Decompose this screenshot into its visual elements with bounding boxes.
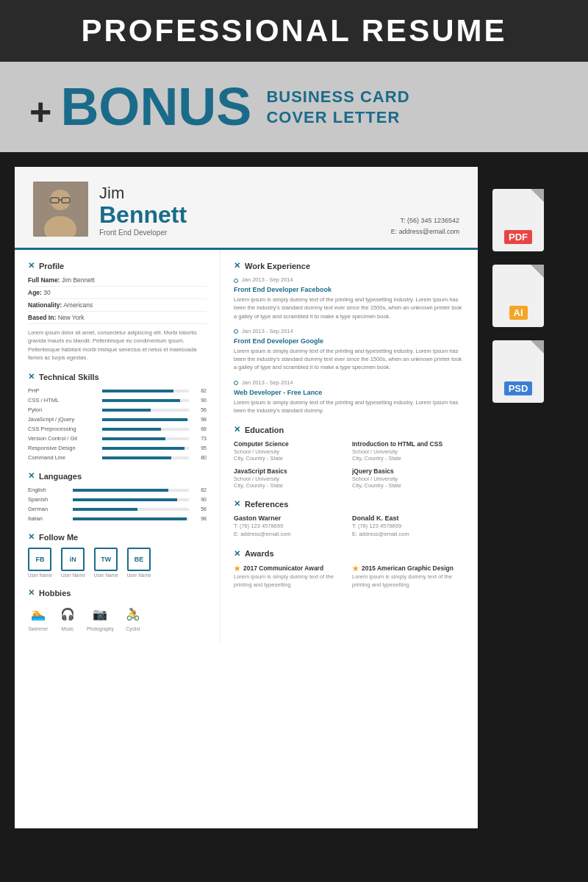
follow-section-header: ✕ Follow Me (28, 532, 207, 542)
award-title: ★ 2017 Communicator Award (234, 564, 346, 573)
lang-value: 56 (193, 506, 207, 512)
lang-name: Italian (28, 515, 68, 522)
lang-value: 98 (193, 516, 207, 521)
edu-x-mark: ✕ (234, 425, 240, 434)
social-item[interactable]: FB User Name (28, 548, 52, 578)
skill-row: Version Control / Git 73 (28, 435, 207, 442)
work-dot (234, 381, 238, 385)
name-block: Jim Bennett Front End Developer (99, 184, 380, 237)
header-title: PROFESSIONAL RESUME (22, 13, 566, 49)
languages-list: English 82 Spanish 90 German 56 Italian … (28, 487, 207, 522)
skill-name: Command Line (28, 454, 98, 461)
social-row: FB User Name iN User Name TW User Name B… (28, 548, 207, 578)
file-icon-psd[interactable]: PSD (492, 340, 544, 403)
language-row: Spanish 90 (28, 496, 207, 503)
last-name: Bennett (99, 203, 380, 226)
profile-x-mark: ✕ (28, 261, 35, 270)
edu-location: City, Country - State (352, 455, 465, 462)
awards-x-mark: ✕ (234, 549, 240, 559)
edu-school: School / University (234, 476, 346, 482)
hobby-icon: 🎧 (57, 603, 78, 624)
bonus-label1: BUSINESS CARD (266, 87, 409, 107)
skill-bar (102, 418, 187, 421)
work-title: Front End Developer Facebook (234, 286, 465, 293)
skill-value: 90 (193, 398, 207, 403)
skill-row: Pyton 56 (28, 406, 207, 413)
hobby-item: 🎧 Music (57, 603, 78, 631)
language-row: German 56 (28, 506, 207, 512)
skill-bar-container (102, 428, 189, 431)
hobby-label: Swimmer (28, 626, 48, 631)
hobby-label: Cyclist (126, 626, 140, 631)
ref-grid: Gaston Warner T: (78) 123 4578699 E: add… (234, 514, 465, 539)
edu-school: School / University (352, 448, 465, 455)
skill-bar-container (102, 418, 189, 421)
hobby-label: Photography (87, 626, 114, 631)
ref-name: Donald K. East (352, 514, 465, 522)
skill-row: CSS Preprocessing 68 (28, 426, 207, 432)
work-date: Jan 2013 - Sep 2014 (242, 328, 293, 334)
work-x-mark: ✕ (234, 261, 240, 270)
profile-section-header: ✕ Profile (28, 261, 207, 270)
work-desc: Lorem ipsum is simply dummy text of the … (234, 398, 465, 415)
hobby-item: 📷 Photography (87, 603, 114, 631)
social-label: User Name (61, 573, 85, 578)
social-label: User Name (28, 573, 52, 578)
work-section-header: ✕ Work Experience (234, 261, 465, 270)
resume-left: ✕ Profile Full Name: Jim Bennett Age: 30… (15, 250, 220, 642)
lang-bar (73, 508, 137, 511)
skill-bar (102, 409, 151, 412)
edu-item: Computer Science School / University Cit… (234, 440, 346, 462)
social-item[interactable]: TW User Name (94, 548, 118, 578)
file-icons-panel: PDF AI PSD (492, 167, 544, 828)
profile-section-title: Profile (39, 262, 64, 270)
skill-value: 80 (193, 455, 207, 460)
skill-value: 68 (193, 426, 207, 431)
work-entry: Jan 2013 - Sep 2014 Front End Developer … (234, 276, 465, 320)
profile-bio: Lorem ipsum dolor sit amet, consectetur … (28, 329, 207, 362)
lang-name: Spanish (28, 496, 68, 503)
awards-grid: ★ 2017 Communicator Award Lorem ipsum is… (234, 564, 465, 589)
work-dot (234, 329, 238, 334)
work-section-title: Work Experience (245, 262, 310, 270)
language-row: English 82 (28, 487, 207, 493)
ref-phone: T: (78) 123 4578699 (234, 522, 346, 530)
hobbies-row: 🏊 Swimmer 🎧 Music 📷 Photography 🚴 Cyclis… (28, 603, 207, 631)
skill-bar (102, 390, 173, 392)
edu-degree: Introduction to HTML and CSS (352, 440, 465, 448)
award-star: ★ (352, 564, 359, 573)
follow-section-title: Follow Me (39, 533, 78, 542)
hobby-item: 🏊 Swimmer (28, 603, 49, 631)
ref-item: Gaston Warner T: (78) 123 4578699 E: add… (234, 514, 346, 539)
award-star: ★ (234, 564, 240, 573)
skills-list: PHP 82 CSS / HTML 90 Pyton 56 JavaScript… (28, 387, 207, 461)
skill-name: Version Control / Git (28, 435, 98, 442)
lang-bar (73, 489, 168, 492)
profile-field-nationality: Nationality: Americans (28, 301, 207, 312)
skill-bar (102, 447, 184, 450)
skill-name: PHP (28, 387, 98, 394)
header-banner: PROFESSIONAL RESUME (0, 0, 588, 62)
skill-name: Responsive Design (28, 445, 98, 451)
awards-section-header: ✕ Awards (234, 549, 465, 559)
skill-value: 82 (193, 388, 207, 393)
skills-section-title: Technical Skills (39, 373, 99, 381)
skill-bar-container (102, 409, 189, 412)
lang-bar (73, 498, 177, 501)
file-icon-ai[interactable]: AI (492, 265, 544, 327)
ref-section-title: References (245, 500, 288, 509)
skill-bar (102, 437, 165, 440)
social-item[interactable]: iN User Name (61, 548, 85, 578)
lang-bar-container (73, 498, 189, 501)
languages-x-mark: ✕ (28, 471, 35, 481)
skill-value: 73 (193, 436, 207, 441)
skill-value: 56 (193, 407, 207, 412)
file-icon-pdf[interactable]: PDF (492, 189, 544, 251)
social-item[interactable]: BE User Name (127, 548, 151, 578)
languages-section-title: Languages (39, 472, 82, 481)
edu-item: Introduction to HTML and CSS School / Un… (352, 440, 465, 462)
social-icon: TW (94, 548, 118, 571)
work-dot (234, 279, 238, 283)
work-date: Jan 2013 - Sep 2014 (242, 276, 293, 283)
ref-x-mark: ✕ (234, 499, 240, 509)
